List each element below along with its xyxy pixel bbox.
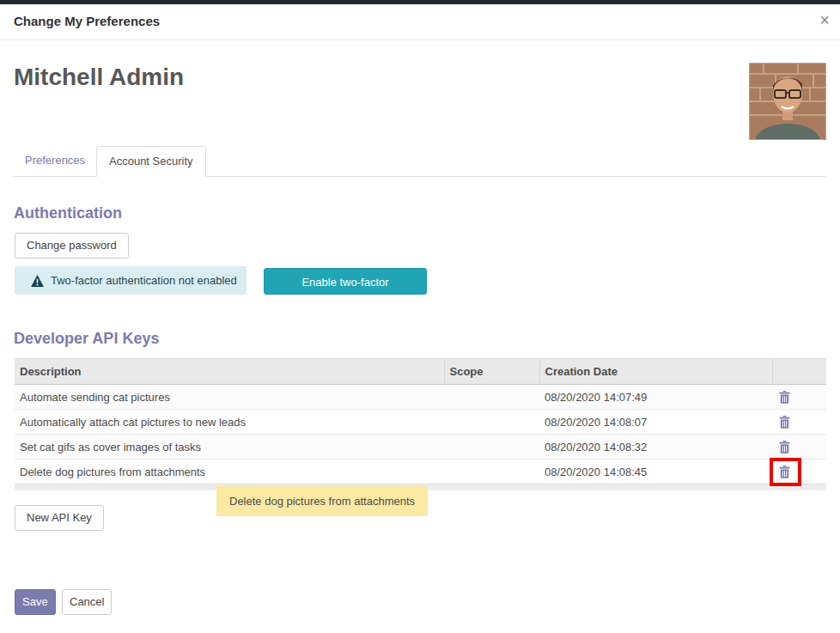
column-header-actions — [772, 359, 826, 385]
api-key-actions-cell — [772, 410, 826, 435]
api-key-description: Set cat gifs as cover images of tasks — [15, 435, 444, 460]
table-header-row: Description Scope Creation Date — [15, 359, 826, 385]
warning-icon — [31, 275, 44, 287]
column-header-description[interactable]: Description — [15, 359, 444, 385]
column-header-scope[interactable]: Scope — [444, 359, 539, 385]
user-avatar[interactable] — [749, 63, 826, 140]
api-key-scope — [444, 460, 539, 484]
api-key-actions-cell — [772, 460, 826, 484]
api-key-scope — [444, 385, 539, 410]
modal-header: Change My Preferences × — [0, 4, 840, 40]
tab-preferences[interactable]: Preferences — [13, 146, 97, 177]
api-key-description: Automatically attach cat pictures to new… — [15, 410, 444, 435]
save-button[interactable]: Save — [15, 589, 56, 615]
new-api-key-button[interactable]: New API Key — [15, 505, 104, 531]
modal-title: Change My Preferences — [14, 14, 160, 28]
api-key-actions-cell — [772, 385, 826, 410]
table-row: Set cat gifs as cover images of tasks 08… — [15, 435, 826, 460]
column-header-creation-date[interactable]: Creation Date — [539, 359, 772, 385]
user-name-heading: Mitchell Admin — [14, 64, 184, 91]
api-key-description: Delete dog pictures from attachments — [15, 460, 444, 484]
table-row: Automatically attach cat pictures to new… — [15, 410, 826, 435]
table-row: Delete dog pictures from attachments 08/… — [15, 460, 826, 484]
tooltip: Delete dog pictures from attachments — [216, 486, 428, 516]
enable-twofactor-button[interactable]: Enable two-factor authentication — [264, 268, 427, 295]
close-icon[interactable]: × — [819, 11, 830, 28]
trash-icon[interactable] — [779, 416, 790, 429]
cancel-button[interactable]: Cancel — [62, 589, 112, 615]
api-key-actions-cell — [772, 435, 826, 460]
api-key-creation-date: 08/20/2020 14:08:32 — [539, 435, 772, 460]
api-key-scope — [444, 410, 539, 435]
twofactor-alert: Two-factor authentication not enabled — [15, 266, 247, 295]
trash-icon[interactable] — [779, 391, 790, 404]
tab-account-security[interactable]: Account Security — [96, 146, 206, 177]
table-row: Automate sending cat pictures 08/20/2020… — [15, 385, 826, 410]
api-keys-table: Description Scope Creation Date Automate… — [15, 358, 826, 484]
api-key-description: Automate sending cat pictures — [15, 385, 444, 410]
api-key-creation-date: 08/20/2020 14:08:45 — [539, 460, 772, 484]
api-key-creation-date: 08/20/2020 14:07:49 — [539, 385, 772, 410]
api-key-scope — [444, 435, 539, 460]
authentication-heading: Authentication — [14, 204, 122, 222]
change-password-button[interactable]: Change password — [15, 233, 129, 259]
api-keys-heading: Developer API Keys — [14, 330, 159, 348]
trash-icon[interactable] — [779, 466, 790, 478]
api-key-creation-date: 08/20/2020 14:08:07 — [539, 410, 772, 435]
trash-icon[interactable] — [779, 441, 790, 453]
avatar-illustration — [750, 64, 825, 139]
twofactor-alert-text: Two-factor authentication not enabled — [51, 274, 237, 287]
